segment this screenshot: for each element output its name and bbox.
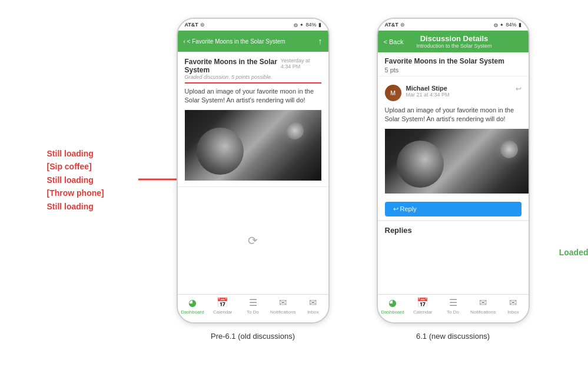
right-phone-label: 6.1 (new discussions) xyxy=(416,332,490,341)
right-tab-todo[interactable]: ☰ To Do xyxy=(438,297,468,320)
right-tab-calendar[interactable]: 📅 Calendar xyxy=(408,297,438,320)
right-tab-bar: ◕ Dashboard 📅 Calendar ☰ To Do ✉ Notific… xyxy=(378,294,529,322)
right-status-right: ◍ ✦ 84% ▮ xyxy=(494,22,521,28)
left-moon-image xyxy=(185,110,321,181)
tab-calendar[interactable]: 📅 Calendar xyxy=(208,297,238,320)
left-discussion-title: Favorite Moons in the Solar System xyxy=(185,58,281,74)
right-phone-wrapper: Loaded AT&T ⊜ ◍ ✦ 84% xyxy=(377,18,530,341)
loading-annotation: Still loading [Sip coffee] Still loading… xyxy=(47,147,104,213)
right-nav-center: Discussion Details Introduction to the S… xyxy=(403,34,504,49)
right-dashboard-label: Dashboard xyxy=(381,309,404,315)
right-pts-label: 5 pts xyxy=(385,65,521,75)
annotation-line-3: Still loading xyxy=(47,174,104,186)
right-title-section: Favorite Moons in the Solar System 5 pts xyxy=(378,52,529,76)
left-phone-label: Pre-6.1 (old discussions) xyxy=(211,332,295,341)
right-moon-image xyxy=(385,129,529,194)
right-content: Favorite Moons in the Solar System 5 pts… xyxy=(378,52,529,294)
notifications-label: Notifications xyxy=(270,309,296,315)
loaded-annotation: Loaded xyxy=(554,244,588,261)
left-loading-area: ⟳ xyxy=(178,187,328,294)
loaded-label: Loaded xyxy=(559,248,588,257)
annotation-line-4: [Throw phone] xyxy=(47,186,104,199)
replies-header: Replies xyxy=(378,221,529,239)
notifications-icon: ✉ xyxy=(279,297,287,308)
left-phone: AT&T ⊜ ◍ ✦ 84% ▮ ‹ < Favorite Moons in t… xyxy=(177,18,330,324)
right-calendar-label: Calendar xyxy=(413,309,432,315)
status-left: AT&T ⊜ xyxy=(185,22,205,28)
right-status-left: AT&T ⊜ xyxy=(385,22,405,28)
right-back-button[interactable]: < Back xyxy=(384,38,404,45)
right-nav-subtitle: Introduction to the Solar System xyxy=(416,43,491,49)
left-status-bar: AT&T ⊜ ◍ ✦ 84% ▮ xyxy=(178,19,328,31)
left-tab-bar: ◕ Dashboard 📅 Calendar ☰ To Do ✉ Notific… xyxy=(178,294,328,322)
right-status-bar: AT&T ⊜ ◍ ✦ 84% ▮ xyxy=(378,19,529,31)
right-tab-notifications[interactable]: ✉ Notifications xyxy=(468,297,498,320)
red-underline xyxy=(185,82,321,84)
left-discussion-body: Upload an image of your favorite moon in… xyxy=(185,87,321,105)
calendar-label: Calendar xyxy=(213,309,232,315)
right-discussion-title: Favorite Moons in the Solar System xyxy=(385,57,521,65)
right-phone: AT&T ⊜ ◍ ✦ 84% ▮ < Back Discussion Detai… xyxy=(377,18,530,324)
right-notifications-label: Notifications xyxy=(470,309,496,315)
right-tab-dashboard[interactable]: ◕ Dashboard xyxy=(378,297,408,320)
right-dashboard-icon: ◕ xyxy=(388,297,397,308)
author-info: Michael Stipe Mar 21 at 4:34 PM xyxy=(406,85,511,98)
battery-label: 84% xyxy=(305,22,316,28)
right-carrier-label: AT&T xyxy=(385,22,398,28)
todo-icon: ☰ xyxy=(249,297,257,308)
author-name: Michael Stipe xyxy=(406,85,511,92)
calendar-icon: 📅 xyxy=(217,297,228,308)
carrier-label: AT&T xyxy=(185,22,198,28)
dashboard-icon: ◕ xyxy=(188,297,197,308)
divider-1 xyxy=(378,76,529,76)
inbox-icon: ✉ xyxy=(309,297,317,308)
reply-icon: ↩ xyxy=(516,85,521,93)
battery-icon: ▮ xyxy=(318,22,321,28)
loading-spinner: ⟳ xyxy=(248,234,258,248)
right-inbox-label: Inbox xyxy=(507,309,519,315)
left-discussion-date: Yesterday at 4:34 PM xyxy=(281,58,321,69)
tab-inbox[interactable]: ✉ Inbox xyxy=(298,297,328,320)
author-row: M Michael Stipe Mar 21 at 4:34 PM ↩ xyxy=(378,80,529,106)
right-todo-icon: ☰ xyxy=(449,297,457,308)
right-battery-label: 84% xyxy=(506,22,516,28)
annotation-line-5: Still loading xyxy=(47,200,104,213)
right-todo-label: To Do xyxy=(447,309,459,315)
left-content: Favorite Moons in the Solar System Yeste… xyxy=(178,52,328,294)
right-inbox-icon: ✉ xyxy=(509,297,517,308)
tab-todo[interactable]: ☰ To Do xyxy=(238,297,268,320)
left-nav-action[interactable]: ↑ xyxy=(318,36,323,46)
left-discussion-meta: Graded discussion. 5 points possible. xyxy=(185,74,321,80)
annotation-line-1: Still loading xyxy=(47,147,104,160)
left-phone-wrapper: AT&T ⊜ ◍ ✦ 84% ▮ ‹ < Favorite Moons in t… xyxy=(177,18,330,341)
right-tab-inbox[interactable]: ✉ Inbox xyxy=(498,297,528,320)
right-post-body: Upload an image of your favorite moon in… xyxy=(378,106,529,129)
location-icon: ◍ xyxy=(294,22,298,28)
bluetooth-icon: ✦ xyxy=(300,22,304,28)
left-nav-bar: ‹ < Favorite Moons in the Solar System ↑ xyxy=(178,31,328,52)
right-bluetooth-icon: ✦ xyxy=(500,22,504,28)
right-battery-icon: ▮ xyxy=(519,22,521,28)
tab-notifications[interactable]: ✉ Notifications xyxy=(268,297,298,320)
right-location-icon: ◍ xyxy=(494,22,498,28)
wifi-icon: ⊜ xyxy=(200,22,205,28)
right-nav-bar: < Back Discussion Details Introduction t… xyxy=(378,31,529,52)
right-notifications-icon: ✉ xyxy=(479,297,487,308)
reply-button[interactable]: ↩ Reply xyxy=(385,202,521,216)
status-right: ◍ ✦ 84% ▮ xyxy=(294,22,321,28)
author-date: Mar 21 at 4:34 PM xyxy=(406,92,511,98)
tab-dashboard[interactable]: ◕ Dashboard xyxy=(178,297,208,320)
todo-label: To Do xyxy=(247,309,259,315)
annotation-line-2: [Sip coffee] xyxy=(47,160,104,173)
avatar-initial: M xyxy=(390,89,396,96)
right-wifi-icon: ⊜ xyxy=(400,22,405,28)
inbox-label: Inbox xyxy=(307,309,319,315)
left-discussion-section: Favorite Moons in the Solar System Yeste… xyxy=(178,52,328,187)
right-nav-title: Discussion Details xyxy=(420,34,489,43)
author-avatar: M xyxy=(385,85,401,101)
dashboard-label: Dashboard xyxy=(181,309,204,315)
left-back-button[interactable]: ‹ < Favorite Moons in the Solar System xyxy=(184,38,285,45)
right-calendar-icon: 📅 xyxy=(417,297,428,308)
